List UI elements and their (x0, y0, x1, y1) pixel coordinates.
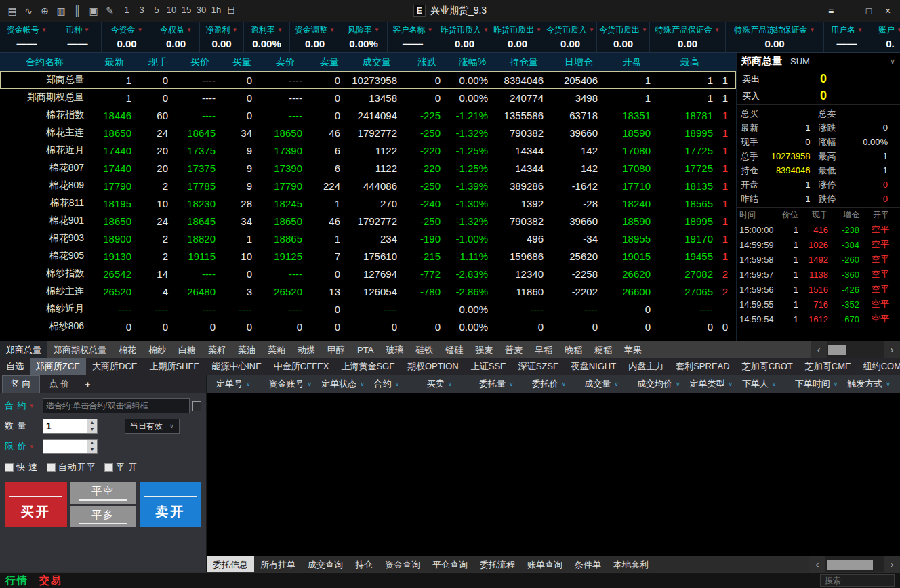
account-field[interactable]: 今货币质出▼0.00 (597, 22, 650, 52)
chevron-down-icon[interactable]: ∨ (890, 57, 895, 66)
exchange-tab[interactable]: 夜盘NIGHT (565, 358, 622, 375)
quote-row[interactable]: 棉花9011865024186453418650461792772-250-1.… (0, 212, 736, 230)
account-field[interactable]: 特殊产品冻结保证金▼0.00 (726, 22, 824, 52)
quote-column-header[interactable]: 成交量 (348, 56, 405, 68)
exchange-tab[interactable]: 自选 (0, 358, 30, 375)
layout-icon[interactable]: ▤ (4, 3, 20, 18)
account-field[interactable]: 资金帐号▼—— (0, 22, 54, 52)
quote-column-header[interactable]: 开盘 (606, 56, 659, 68)
orders-column-header[interactable]: 下单人∨ (742, 378, 795, 390)
quote-row[interactable]: 郑商总量10----0----01027395800.00%8394046205… (0, 71, 736, 89)
period-button[interactable]: 15 (179, 5, 194, 17)
exchange-tab[interactable]: 上证SSE (465, 358, 512, 375)
step-up-icon[interactable]: ▲ (87, 440, 97, 446)
orders-tab[interactable]: 资金查询 (379, 556, 426, 572)
orders-tab[interactable]: 持仓 (349, 556, 379, 572)
exchange-tab[interactable]: 芝加哥CBOT (736, 358, 799, 375)
exchange-tab[interactable]: 能源中心INE (205, 358, 268, 375)
quote-row[interactable]: 棉花9051913021911510191257175610-215-1.11%… (0, 247, 736, 265)
order-checkbox[interactable]: 平 开 (104, 461, 138, 474)
sell-open-button[interactable]: 卖开 (140, 482, 202, 527)
quote-row[interactable]: 棉花80717440201737591739061122-220-1.25%14… (0, 159, 736, 177)
account-field[interactable]: 盈利率▼0.00% (244, 22, 290, 52)
quantity-input[interactable] (43, 419, 87, 433)
price-input[interactable] (43, 440, 87, 453)
close-icon[interactable]: × (878, 3, 897, 19)
exchange-tab[interactable]: 内盘主力 (622, 358, 670, 375)
contract-label[interactable]: 合 约 (5, 400, 27, 412)
step-up-icon[interactable]: ▲ (87, 419, 97, 426)
quote-row[interactable]: 棉花81118195101823028182451270-240-1.30%13… (0, 194, 736, 212)
trade-mode-button[interactable]: 交易 (39, 574, 62, 587)
contract-tab[interactable]: 普麦 (499, 341, 529, 358)
quote-column-header[interactable]: 持仓量 (496, 56, 552, 68)
contract-tab[interactable]: 苹果 (618, 341, 648, 358)
period-button[interactable]: 5 (149, 5, 164, 17)
period-button[interactable]: 3 (134, 5, 149, 17)
quote-column-header[interactable]: 涨幅% (449, 56, 496, 68)
order-checkbox[interactable]: 快 速 (5, 461, 39, 474)
orders-column-header[interactable]: 买卖∨ (426, 378, 479, 390)
contract-tab[interactable]: 动煤 (291, 341, 321, 358)
account-field[interactable]: 客户名称▼—— (388, 22, 438, 52)
step-down-icon[interactable]: ▼ (87, 446, 97, 453)
contract-input[interactable] (43, 398, 190, 413)
orders-column-header[interactable]: 下单时间∨ (795, 378, 848, 390)
account-field[interactable]: 今货币质入▼0.00 (544, 22, 597, 52)
exchange-tab[interactable]: 期权OPTION (401, 358, 465, 375)
orders-column-header[interactable]: 成交均价∨ (637, 378, 690, 390)
quote-row[interactable]: 棉花主连1865024186453418650461792772-250-1.3… (0, 124, 736, 142)
exchange-tab[interactable]: 芝加哥CME (799, 358, 857, 375)
step-down-icon[interactable]: ▼ (87, 426, 97, 433)
contract-tab[interactable]: 早稻 (529, 341, 558, 358)
exchange-tab[interactable]: 中金所CFFEX (268, 358, 335, 375)
contract-tab[interactable]: 强麦 (469, 341, 499, 358)
period-button[interactable]: 日 (224, 5, 239, 17)
contract-tab[interactable]: PTA (351, 341, 380, 358)
scroll-track[interactable] (825, 556, 884, 572)
orders-tab[interactable]: 所有挂单 (254, 556, 302, 572)
orders-tab[interactable]: 本地套利 (607, 556, 655, 572)
orders-tab[interactable]: 委托信息 (207, 556, 254, 572)
quote-column-header[interactable]: 现手 (140, 56, 176, 68)
exchange-tab[interactable]: 套利SPREAD (670, 358, 735, 375)
quote-row[interactable]: 棉纱主连2652042648032652013126054-780-2.86%1… (0, 282, 736, 300)
validity-select[interactable]: 当日有效 ∨ (125, 419, 180, 434)
quote-row[interactable]: 棉花903189002188201188651234-190-1.00%496-… (0, 230, 736, 247)
contract-tab[interactable]: 菜油 (232, 341, 262, 358)
search-input[interactable] (820, 574, 895, 587)
scroll-right-button[interactable]: › (884, 556, 900, 572)
account-field[interactable]: 用户名▼—— (824, 22, 870, 52)
grid-icon[interactable]: ▥ (53, 3, 69, 18)
quote-column-header[interactable]: 最高 (659, 56, 721, 68)
bars-icon[interactable]: ║ (69, 3, 85, 18)
contract-tab[interactable]: 甲醇 (321, 341, 351, 358)
tab-vertical[interactable]: 竖 向 (2, 375, 40, 393)
quote-column-header[interactable]: 最新 (89, 56, 140, 68)
close-long-button[interactable]: 平多 (70, 506, 136, 528)
quote-column-header[interactable]: 卖量 (310, 56, 348, 68)
contract-tab[interactable]: 棉纱 (142, 341, 172, 358)
period-button[interactable]: 1h (209, 5, 224, 17)
contract-tab[interactable]: 白糖 (172, 341, 202, 358)
quote-column-header[interactable]: 卖价 (260, 56, 310, 68)
contract-tab[interactable]: 硅铁 (409, 341, 439, 358)
orders-tab[interactable]: 委托流程 (474, 556, 521, 572)
quote-column-header[interactable]: 日增仓 (552, 56, 606, 68)
quote-column-header[interactable]: 合约名称 (0, 56, 89, 68)
menu-icon[interactable]: ≡ (821, 3, 840, 19)
quote-column-header[interactable]: 买量 (224, 56, 260, 68)
minimize-icon[interactable]: — (840, 3, 859, 19)
quote-row[interactable]: 棉花近月17440201737591739061122-220-1.25%143… (0, 142, 736, 159)
account-field[interactable]: 风险率▼0.00% (340, 22, 388, 52)
scroll-track[interactable] (827, 341, 884, 358)
contract-tab[interactable]: 粳稻 (588, 341, 618, 358)
buy-open-button[interactable]: 买开 (5, 482, 67, 527)
orders-column-header[interactable]: 定单号∨ (216, 378, 269, 390)
exchange-tab[interactable]: 上海黄金SGE (335, 358, 401, 375)
quote-row[interactable]: 棉花指数1844660----0----02414094-225-1.21%13… (0, 106, 736, 124)
account-field[interactable]: 今权益▼0.00 (152, 22, 200, 52)
crosshair-icon[interactable]: ⊕ (37, 3, 53, 18)
exchange-tab[interactable]: 深证SZSE (512, 358, 565, 375)
close-short-button[interactable]: 平空 (70, 482, 136, 504)
